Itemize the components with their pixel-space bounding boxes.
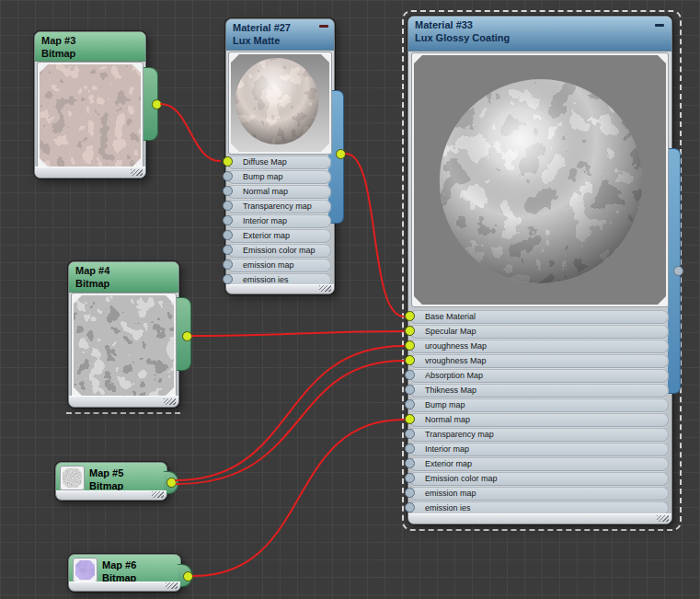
input-socket-transparency-map[interactable] bbox=[405, 429, 415, 439]
resize-grip-icon[interactable] bbox=[152, 491, 164, 498]
input-socket-normal-map[interactable] bbox=[405, 414, 415, 424]
output-socket-material33[interactable] bbox=[673, 266, 683, 276]
slot-uroughness-map[interactable]: uroughness Map bbox=[409, 340, 669, 353]
node-map5[interactable]: Map #5 Bitmap bbox=[55, 462, 167, 501]
stone-texture-gray bbox=[74, 295, 174, 396]
slot-transparency-map[interactable]: Transparency map bbox=[409, 428, 669, 442]
resize-grip-icon[interactable] bbox=[164, 398, 176, 405]
slot-emission-map[interactable]: emission map bbox=[409, 487, 669, 501]
input-socket-exterior-map[interactable] bbox=[405, 458, 415, 468]
node-footer bbox=[69, 582, 180, 591]
wire-map6-to-normal-map[interactable] bbox=[193, 420, 404, 576]
input-socket-interior-map[interactable] bbox=[223, 215, 233, 225]
slot-base-material[interactable]: Base Material bbox=[409, 310, 669, 324]
slot-exterior-map[interactable]: Exterior map bbox=[227, 229, 331, 243]
node-header[interactable]: Material #33 Lux Glossy Coating bbox=[408, 17, 671, 52]
collapse-icon[interactable] bbox=[655, 24, 664, 27]
slot-absorption-map[interactable]: Absorption Map bbox=[409, 369, 669, 383]
input-socket-emission-ies[interactable] bbox=[405, 502, 415, 513]
bitmap-thumbnail[interactable] bbox=[71, 293, 177, 398]
input-socket-emission-map[interactable] bbox=[223, 259, 233, 270]
slot-emission-color-map[interactable]: Emission color map bbox=[227, 244, 331, 258]
node-footer bbox=[226, 284, 334, 294]
input-socket-diffuse-map[interactable] bbox=[223, 156, 233, 167]
slot-transparency-map[interactable]: Transparency map bbox=[227, 200, 331, 213]
input-socket-emission-color-map[interactable] bbox=[405, 473, 415, 483]
slot-interior-map[interactable]: Interior map bbox=[227, 214, 331, 228]
slot-vroughness-map[interactable]: vroughness Map bbox=[409, 354, 669, 368]
node-footer bbox=[69, 396, 178, 407]
material-sphere-preview bbox=[414, 55, 666, 305]
slot-emission-map[interactable]: emission map bbox=[227, 259, 331, 272]
wire-map5-to-uroughness-map[interactable] bbox=[176, 346, 404, 480]
node-editor-canvas[interactable]: Map #3 Bitmap Material #27 Lux Matte bbox=[0, 0, 700, 599]
bitmap-thumbnail[interactable] bbox=[37, 62, 143, 169]
slot-emission-color-map[interactable]: Emission color map bbox=[409, 472, 669, 486]
input-socket-emission-color-map[interactable] bbox=[223, 245, 233, 255]
node-header[interactable]: Material #27 Lux Matte bbox=[226, 19, 334, 51]
material-preview[interactable] bbox=[411, 52, 669, 307]
material-preview[interactable] bbox=[228, 52, 332, 155]
output-socket-map3[interactable] bbox=[152, 99, 162, 109]
node-header[interactable]: Map #3 Bitmap bbox=[35, 32, 145, 62]
input-socket-specular-map[interactable] bbox=[405, 326, 415, 336]
node-title: Map #6 bbox=[102, 559, 136, 571]
node-map3[interactable]: Map #3 Bitmap bbox=[34, 31, 146, 179]
noise-texture-gray bbox=[63, 468, 82, 488]
input-socket-absorption-map[interactable] bbox=[405, 370, 415, 380]
stone-texture-brown bbox=[40, 64, 141, 167]
input-socket-interior-map[interactable] bbox=[405, 443, 415, 454]
node-material33[interactable]: Material #33 Lux Glossy Coating bbox=[407, 16, 672, 524]
slot-interior-map[interactable]: Interior map bbox=[409, 443, 669, 456]
node-subtitle: Bitmap bbox=[75, 277, 178, 290]
resize-grip-icon[interactable] bbox=[131, 169, 143, 176]
slot-bump-map[interactable]: Bump map bbox=[409, 398, 669, 412]
slot-exterior-map[interactable]: Exterior map bbox=[409, 457, 669, 471]
slot-specular-map[interactable]: Specular Map bbox=[409, 325, 669, 339]
input-socket-base-material[interactable] bbox=[405, 311, 415, 321]
node-header[interactable]: Map #4 Bitmap bbox=[69, 262, 178, 293]
resize-grip-icon[interactable] bbox=[166, 582, 178, 589]
slot-thikness-map[interactable]: Thikness Map bbox=[409, 384, 669, 397]
input-socket-vroughness-map[interactable] bbox=[405, 355, 415, 365]
output-socket-map6[interactable] bbox=[183, 571, 193, 582]
node-title: Map #4 bbox=[75, 264, 178, 277]
input-socket-thikness-map[interactable] bbox=[405, 385, 415, 395]
slot-bump-map[interactable]: Bump map bbox=[227, 170, 331, 184]
input-socket-emission-map[interactable] bbox=[405, 488, 415, 498]
node-title: Map #5 bbox=[89, 467, 123, 479]
node-title: Material #27 bbox=[233, 21, 334, 34]
bitmap-thumbnail[interactable] bbox=[73, 558, 98, 582]
input-socket-bump-map[interactable] bbox=[405, 399, 415, 409]
selection-dash-map4 bbox=[66, 412, 180, 414]
wire-map5-to-vroughness-map[interactable] bbox=[177, 361, 404, 484]
node-footer bbox=[35, 167, 145, 178]
resize-grip-icon[interactable] bbox=[319, 285, 331, 292]
slot-diffuse-map[interactable]: Diffuse Map bbox=[227, 156, 331, 169]
material-sphere-preview bbox=[231, 54, 329, 152]
input-socket-exterior-map[interactable] bbox=[223, 230, 233, 240]
input-socket-normal-map[interactable] bbox=[223, 186, 233, 196]
wire-map3-to-diffuse-map[interactable] bbox=[161, 104, 220, 161]
collapse-icon[interactable] bbox=[319, 25, 328, 28]
output-socket-material27[interactable] bbox=[336, 149, 346, 159]
node-footer bbox=[56, 490, 166, 500]
node-footer bbox=[408, 513, 671, 524]
input-socket-bump-map[interactable] bbox=[223, 171, 233, 181]
input-socket-uroughness-map[interactable] bbox=[405, 340, 415, 351]
bitmap-thumbnail[interactable] bbox=[60, 466, 85, 490]
resize-grip-icon[interactable] bbox=[657, 515, 669, 522]
node-subtitle: Lux Matte bbox=[233, 34, 334, 47]
wire-material27-to-base-material[interactable] bbox=[346, 154, 404, 317]
slot-normal-map[interactable]: Normal map bbox=[409, 413, 669, 427]
input-socket-emission-ies[interactable] bbox=[223, 274, 233, 284]
output-socket-map4[interactable] bbox=[182, 331, 192, 341]
output-socket-map5[interactable] bbox=[166, 478, 177, 488]
wire-map4-to-specular-map[interactable] bbox=[192, 331, 404, 336]
node-map6[interactable]: Map #6 Bitmap bbox=[68, 554, 181, 592]
slot-normal-map[interactable]: Normal map bbox=[227, 185, 331, 199]
node-material27[interactable]: Material #27 Lux Matte bbox=[225, 18, 335, 294]
node-title: Material #33 bbox=[415, 18, 671, 31]
node-map4[interactable]: Map #4 Bitmap bbox=[68, 261, 179, 408]
input-socket-transparency-map[interactable] bbox=[223, 201, 233, 211]
